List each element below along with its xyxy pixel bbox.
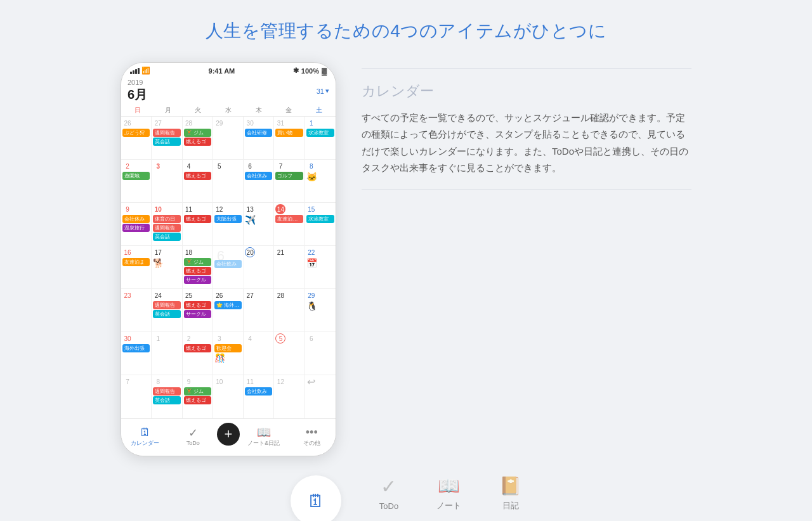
phone-mockup: 📶 9:41 AM ✱ 100% ▓ 2019 6月 31 ▾ 日 月 火 — [121, 62, 336, 456]
cal-cell-jun14[interactable]: 14 友達泊まり — [274, 203, 304, 245]
cal-cell-may26[interactable]: 26 ぶどう狩 — [121, 117, 152, 159]
cal-cell-jun27[interactable]: 27 — [244, 289, 274, 331]
chevron-down-icon: ▾ — [325, 87, 329, 95]
top-divider — [362, 68, 691, 69]
cal-row-1: 26 ぶどう狩 27 週間報告 英会話 28 🏋 ジム 燃えるゴ 29 3 — [121, 117, 336, 160]
cal-cell-jun1[interactable]: 1 水泳教室 — [305, 117, 336, 159]
nav-item-notes[interactable]: 📖 ノート — [436, 475, 461, 521]
phone-tab-todo[interactable]: ✓ ToDo — [169, 427, 218, 446]
cal-cell-may30[interactable]: 30 会社研修 — [244, 117, 274, 159]
cal-cell-jun18[interactable]: 18 🏋 ジム 燃えるゴ サークル — [183, 246, 213, 288]
nav-label-notes: ノート — [436, 500, 461, 511]
cal-row-6: 30 海外出張 1 2 燃えるゴ 3 歓迎会 🎊 4 — [121, 332, 336, 375]
cal-cell-jul13-back[interactable]: ↩ — [305, 375, 336, 418]
nav-item-todo[interactable]: ✓ ToDo — [379, 475, 398, 521]
cal-cell-jun23[interactable]: 23 — [121, 289, 152, 331]
cal-cell-jul1[interactable]: 1 — [152, 332, 182, 375]
signal-bars — [130, 68, 140, 74]
signal-bar-1 — [130, 72, 132, 74]
cal-cell-jun6[interactable]: 6 会社休み — [244, 160, 274, 202]
todo-tab-icon: ✓ — [188, 427, 198, 439]
wifi-icon: 📶 — [141, 67, 150, 75]
cal-cell-jun5[interactable]: 5 — [213, 160, 244, 202]
phone-tab-notes[interactable]: 📖 ノート&日記 — [240, 427, 288, 447]
cal-cell-may29[interactable]: 29 — [213, 117, 244, 159]
status-bar: 📶 9:41 AM ✱ 100% ▓ — [121, 63, 336, 76]
cal-cell-jul9[interactable]: 9 🏋 ジム 燃えるゴ — [183, 375, 213, 418]
cal-cell-jun20[interactable]: 20 — [244, 246, 274, 288]
cal-cell-jul2[interactable]: 2 燃えるゴ — [183, 332, 213, 375]
cal-cell-jun2[interactable]: 2 遊園地 — [121, 160, 152, 202]
cal-cell-jul5[interactable]: 5 — [274, 332, 304, 375]
calendar-nav-icon: 🗓 — [307, 491, 325, 511]
status-right: ✱ 100% ▓ — [293, 67, 327, 75]
cal-cell-jun3[interactable]: 3 — [152, 160, 182, 202]
dow-fri: 金 — [274, 105, 304, 116]
cal-cell-jun4[interactable]: 4 燃えるゴ — [183, 160, 213, 202]
cal-row-5: 23 24 週間報告 英会話 25 燃えるゴ サークル 26 🌟 海外出張 — [121, 289, 336, 332]
nav-label-diary: 日記 — [502, 500, 519, 511]
cal-cell-jun24[interactable]: 24 週間報告 英会話 — [152, 289, 182, 331]
cal-cell-jun17[interactable]: 17 🐕 — [152, 246, 182, 288]
bottom-nav: 🗓 カレンダー ✓ ToDo 📖 ノート 📔 日記 — [0, 475, 812, 521]
cal-cell-may28[interactable]: 28 🏋 ジム 燃えるゴ — [183, 117, 213, 159]
signal-bar-4 — [138, 68, 140, 74]
bluetooth-icon: ✱ — [293, 67, 299, 75]
cal-cell-jun7[interactable]: 7 ゴルフ — [274, 160, 304, 202]
cal-cell-jun16[interactable]: 16 友達泊ま — [121, 246, 152, 288]
bottom-divider — [362, 189, 691, 190]
status-time: 9:41 AM — [209, 67, 235, 75]
cal-cell-jun21[interactable]: 21 — [274, 246, 304, 288]
phone-tab-other[interactable]: ••• その他 — [288, 427, 336, 447]
phone-tab-todo-label: ToDo — [187, 440, 200, 446]
cal-cell-jun11[interactable]: 11 燃えるゴ — [183, 203, 213, 245]
cal-cell-jun8[interactable]: 8 🐱 — [305, 160, 336, 202]
cal-cell-jul8[interactable]: 8 週間報告 英会話 — [152, 375, 182, 418]
cal-cell-jul3[interactable]: 3 歓迎会 🎊 — [213, 332, 244, 375]
cal-cell-jul4[interactable]: 4 — [244, 332, 274, 375]
dow-tue: 火 — [183, 105, 213, 116]
battery-icon: ▓ — [322, 67, 327, 75]
cal-cell-jun15[interactable]: 15 水泳教室 — [305, 203, 336, 245]
cal-cell-jun29[interactable]: 29 🐧 — [305, 289, 336, 331]
cal-cell-jun25[interactable]: 25 燃えるゴ サークル — [183, 289, 213, 331]
right-panel: カレンダー すべての予定を一覧できるので、サッとスケジュール確認ができます。予定… — [362, 62, 691, 190]
cal-year: 2019 — [128, 79, 147, 86]
nav-item-diary[interactable]: 📔 日記 — [499, 475, 521, 521]
cal-header: 2019 6月 31 ▾ — [121, 76, 336, 105]
cal-nav[interactable]: 31 ▾ — [317, 87, 329, 95]
cal-cell-jun13[interactable]: 13 ✈️ — [244, 203, 274, 245]
todo-nav-icon: ✓ — [381, 475, 396, 498]
battery-percent: 100% — [301, 67, 319, 75]
phone-tab-add[interactable]: + — [217, 423, 240, 446]
cal-row-2: 2 遊園地 3 4 燃えるゴ 5 6 会社休み 7 — [121, 160, 336, 203]
cal-cell-jun10[interactable]: 10 体育の日 週間報告 英会話 — [152, 203, 182, 245]
notes-nav-icon: 📖 — [438, 475, 460, 496]
diary-nav-icon: 📔 — [499, 475, 521, 496]
cal-cell-jul12[interactable]: 12 — [274, 375, 304, 418]
cal-cell-jun12[interactable]: 12 大阪出張 — [213, 203, 244, 245]
cal-nav-label: 31 — [317, 87, 324, 95]
cal-cell-jun28[interactable]: 28 — [274, 289, 304, 331]
cal-row-3: 9 会社休み 温泉旅行 10 体育の日 週間報告 英会話 11 燃えるゴ 12 … — [121, 203, 336, 246]
signal-bar-2 — [133, 70, 134, 74]
cal-cell-jun22[interactable]: 22 📅 — [305, 246, 336, 288]
cal-cell-jun19[interactable]: 6 会社飲み — [213, 246, 244, 288]
nav-circle-calendar: 🗓 — [291, 475, 341, 521]
other-tab-icon: ••• — [306, 427, 318, 438]
cal-cell-jul11[interactable]: 11 会社飲み — [244, 375, 274, 418]
feature-title: カレンダー — [362, 82, 691, 101]
cal-cell-jun26[interactable]: 26 🌟 海外出張 — [213, 289, 244, 331]
phone-tab-notes-label: ノート&日記 — [247, 439, 280, 447]
cal-cell-may27[interactable]: 27 週間報告 英会話 — [152, 117, 182, 159]
cal-cell-jul10[interactable]: 10 — [213, 375, 244, 418]
cal-cell-jun2b[interactable]: 9 会社休み 温泉旅行 — [121, 203, 152, 245]
cal-cell-jun30[interactable]: 30 海外出張 — [121, 332, 152, 375]
cal-cell-jul7[interactable]: 7 — [121, 375, 152, 418]
cal-cell-may31[interactable]: 31 買い物 — [274, 117, 304, 159]
signal-bar-3 — [135, 69, 137, 74]
cal-grid: 26 ぶどう狩 27 週間報告 英会話 28 🏋 ジム 燃えるゴ 29 3 — [121, 117, 336, 418]
cal-cell-jul6[interactable]: 6 — [305, 332, 336, 375]
phone-tab-calendar[interactable]: 🗓 カレンダー — [121, 427, 169, 447]
nav-item-calendar[interactable]: 🗓 カレンダー — [291, 475, 341, 521]
